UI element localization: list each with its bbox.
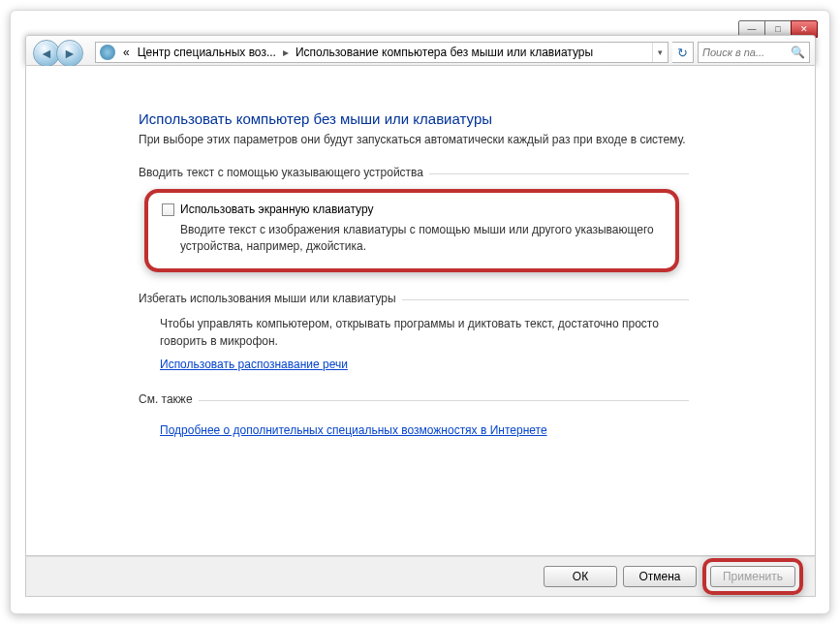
- link-speech-recognition[interactable]: Использовать распознавание речи: [160, 356, 348, 373]
- breadcrumb[interactable]: « Центр специальных воз... ▸ Использован…: [95, 42, 669, 63]
- divider: [139, 400, 689, 401]
- search-icon: 🔍: [791, 46, 805, 59]
- section-label: См. также: [139, 392, 199, 406]
- checkbox-row-osk: Использовать экранную клавиатуру: [162, 203, 662, 216]
- forward-button[interactable]: ►: [56, 40, 83, 67]
- search-box[interactable]: 🔍: [698, 42, 810, 63]
- cancel-button[interactable]: Отмена: [623, 566, 697, 587]
- section-label: Вводить текст с помощью указывающего уст…: [139, 166, 429, 179]
- section-avoid-mouse-keyboard: Избегать использования мыши или клавиату…: [139, 292, 815, 373]
- checkbox-label[interactable]: Использовать экранную клавиатуру: [180, 203, 373, 216]
- page-subtitle: При выборе этих параметров они будут зап…: [139, 133, 815, 146]
- refresh-button[interactable]: ↻: [672, 42, 694, 63]
- control-panel-icon: [100, 45, 115, 60]
- section-text: Чтобы управлять компьютером, открывать п…: [160, 317, 659, 348]
- section-pointing-device: Вводить текст с помощью указывающего уст…: [139, 166, 815, 272]
- apply-button[interactable]: Применить: [710, 566, 795, 587]
- search-input[interactable]: [702, 47, 790, 58]
- page-title: Использовать компьютер без мыши или клав…: [139, 110, 815, 127]
- breadcrumb-seg-2[interactable]: Использование компьютера без мыши или кл…: [292, 46, 597, 59]
- content-area: Использовать компьютер без мыши или клав…: [25, 66, 816, 556]
- section-label: Избегать использования мыши или клавиату…: [139, 292, 402, 305]
- nav-buttons: ◄ ►: [33, 40, 83, 67]
- breadcrumb-dropdown[interactable]: ▾: [652, 43, 668, 62]
- breadcrumb-prefix: «: [119, 46, 134, 59]
- section-body: Подробнее о дополнительных специальных в…: [160, 416, 683, 439]
- breadcrumb-seg-1[interactable]: Центр специальных воз...: [134, 46, 280, 59]
- highlight-apply: Применить: [702, 558, 803, 595]
- highlight-onscreen-keyboard: Использовать экранную клавиатуру Вводите…: [144, 189, 679, 272]
- chevron-right-icon: ▸: [280, 46, 292, 59]
- section-see-also: См. также Подробнее о дополнительных спе…: [139, 392, 815, 439]
- checkbox-onscreen-keyboard[interactable]: [162, 203, 174, 216]
- button-bar: ОК Отмена Применить: [25, 556, 816, 597]
- ok-button[interactable]: ОК: [544, 566, 617, 587]
- checkbox-description: Вводите текст с изображения клавиатуры с…: [180, 222, 662, 255]
- link-learn-more[interactable]: Подробнее о дополнительных специальных в…: [160, 421, 547, 439]
- section-body: Чтобы управлять компьютером, открывать п…: [160, 315, 683, 373]
